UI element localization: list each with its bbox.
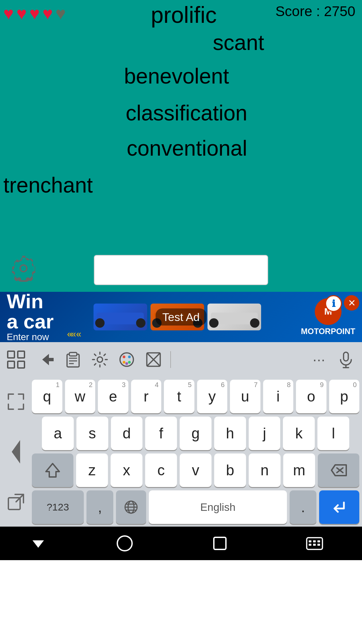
word-benevolent: benevolent <box>124 64 229 89</box>
svg-rect-46 <box>317 544 320 546</box>
key-s[interactable]: s <box>76 417 108 450</box>
heart-4: ♥ <box>43 3 53 23</box>
heart-2: ♥ <box>16 3 27 23</box>
kb-main: 1q 2w 3e 4r 5t 6y 7u 8i 9o 0p a s d f g … <box>0 377 362 527</box>
key-z[interactable]: z <box>76 453 108 487</box>
svg-point-15 <box>128 356 131 358</box>
kb-clipboard-button[interactable] <box>60 348 86 371</box>
svg-rect-2 <box>8 361 14 368</box>
svg-point-38 <box>117 536 132 551</box>
key-period[interactable]: . <box>290 490 316 524</box>
svg-marker-28 <box>46 464 59 477</box>
svg-marker-37 <box>33 540 44 548</box>
score-display: Score : 2750 <box>276 3 355 19</box>
svg-rect-39 <box>214 537 226 549</box>
game-area: ♥ ♥ ♥ ♥ ♥ Score : 2750 prolific scant be… <box>0 0 362 292</box>
ad-banner[interactable]: Win a car Enter now M MOTORPOINT Test Ad… <box>0 292 362 342</box>
key-x[interactable]: x <box>111 453 142 487</box>
key-v[interactable]: v <box>180 453 212 487</box>
key-n[interactable]: n <box>249 453 281 487</box>
key-b[interactable]: b <box>214 453 246 487</box>
key-q[interactable]: 1q <box>32 380 62 413</box>
key-a[interactable]: a <box>42 417 74 450</box>
svg-rect-40 <box>307 538 322 549</box>
ad-enter-text: Enter now <box>7 332 54 342</box>
svg-rect-8 <box>69 353 77 356</box>
key-d[interactable]: d <box>111 417 143 450</box>
ad-test-label: Test Ad <box>156 309 206 326</box>
key-i[interactable]: 8i <box>263 380 294 413</box>
kb-fullscreen-button[interactable] <box>4 390 28 414</box>
svg-rect-45 <box>313 544 316 546</box>
word-scant: scant <box>213 30 264 55</box>
ad-brand-name: MOTORPOINT <box>301 327 355 336</box>
svg-rect-5 <box>48 358 54 361</box>
settings-icon[interactable] <box>10 255 37 282</box>
key-c[interactable]: c <box>145 453 177 487</box>
keyboard-toolbar: ··· <box>0 342 362 377</box>
key-k[interactable]: k <box>283 417 315 450</box>
kb-external-link-button[interactable] <box>4 490 28 514</box>
nav-home-button[interactable] <box>115 534 134 553</box>
text-input-container <box>94 255 268 285</box>
ad-info-button[interactable]: ℹ <box>325 295 342 312</box>
svg-point-12 <box>97 357 103 362</box>
key-u[interactable]: 7u <box>230 380 260 413</box>
svg-rect-43 <box>317 540 320 542</box>
kb-left-controls <box>0 377 32 527</box>
ad-car-white <box>207 304 261 330</box>
keyboard-area: ··· 1q 2w 3e <box>0 342 362 527</box>
kb-row-1: 1q 2w 3e 4r 5t 6y 7u 8i 9o 0p <box>32 380 359 413</box>
ad-win-text: Win a car <box>7 292 54 332</box>
key-backspace[interactable] <box>318 453 359 487</box>
nav-bar <box>0 527 362 560</box>
kb-mic-button[interactable] <box>333 348 359 371</box>
heart-1: ♥ <box>3 3 14 23</box>
key-comma[interactable]: , <box>86 490 113 524</box>
key-l[interactable]: l <box>317 417 349 450</box>
svg-marker-25 <box>12 440 20 464</box>
key-w[interactable]: 2w <box>65 380 96 413</box>
nav-keyboard-button[interactable] <box>305 534 324 553</box>
kb-settings-button[interactable] <box>86 348 113 371</box>
ad-arrows: «« « <box>67 329 80 339</box>
word-prolific: prolific <box>151 2 217 28</box>
word-classification: classification <box>126 101 247 125</box>
kb-row-4: ?123 , English . <box>32 490 359 524</box>
kb-more-button[interactable]: ··· <box>306 348 333 371</box>
key-p[interactable]: 0p <box>329 380 360 413</box>
kb-row-2: a s d f g h j k l <box>32 417 359 450</box>
nav-recent-button[interactable] <box>211 535 229 552</box>
key-shift[interactable] <box>32 453 73 487</box>
kb-palette-button[interactable] <box>113 348 140 371</box>
kb-expand-button[interactable] <box>3 346 29 373</box>
svg-point-17 <box>123 361 125 364</box>
ad-close-button[interactable]: ✕ <box>344 295 359 311</box>
key-t[interactable]: 5t <box>164 380 194 413</box>
key-y[interactable]: 6y <box>197 380 228 413</box>
kb-no-image-button[interactable] <box>140 348 167 371</box>
key-space[interactable]: English <box>149 490 287 524</box>
heart-5: ♥ <box>56 3 66 23</box>
svg-point-14 <box>123 356 125 358</box>
key-h[interactable]: h <box>214 417 246 450</box>
svg-marker-4 <box>42 354 49 365</box>
kb-left-arrow-button[interactable] <box>4 440 28 464</box>
kb-back-button[interactable] <box>33 348 60 371</box>
key-o[interactable]: 9o <box>296 380 326 413</box>
svg-rect-42 <box>313 540 316 542</box>
key-globe[interactable] <box>116 490 146 524</box>
key-num-symbol[interactable]: ?123 <box>32 490 84 524</box>
key-r[interactable]: 4r <box>131 380 162 413</box>
word-input[interactable] <box>94 255 268 285</box>
svg-rect-44 <box>309 544 311 546</box>
key-e[interactable]: 3e <box>98 380 128 413</box>
svg-point-18 <box>125 362 128 365</box>
heart-3: ♥ <box>29 3 40 23</box>
key-enter[interactable] <box>319 490 359 524</box>
word-conventional: conventional <box>127 136 247 161</box>
key-m[interactable]: m <box>283 453 315 487</box>
key-j[interactable]: j <box>249 417 281 450</box>
key-f[interactable]: f <box>145 417 177 450</box>
key-g[interactable]: g <box>180 417 212 450</box>
